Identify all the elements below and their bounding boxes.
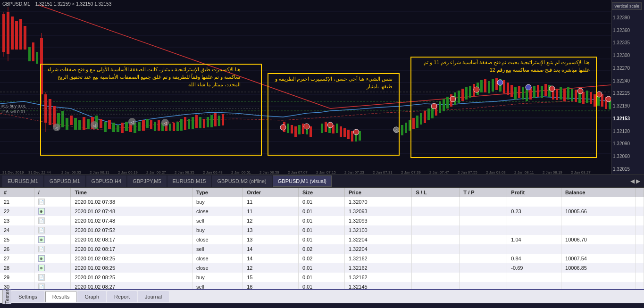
- tab-gbpusd-m1-visual[interactable]: GBPUSD,M1 (visual): [273, 175, 332, 187]
- svg-rect-42: [66, 118, 68, 130]
- table-row: 29 📄 2020.01.02 08:25 buy 15 0.01 1.3216…: [0, 273, 644, 282]
- svg-rect-85: [294, 126, 297, 137]
- row-file-icon: 📄: [38, 217, 45, 224]
- svg-rect-151: [590, 92, 592, 104]
- svg-rect-80: [218, 116, 220, 126]
- svg-rect-64: [158, 120, 160, 131]
- cell-sl: [412, 207, 460, 216]
- svg-rect-67: [169, 124, 171, 131]
- cell-type: close: [192, 207, 243, 216]
- svg-point-166: [304, 124, 309, 129]
- svg-rect-149: [582, 92, 585, 104]
- svg-rect-76: [203, 119, 205, 128]
- cell-time: 2020.01.02 07:48: [71, 216, 192, 225]
- cell-num: 29: [0, 273, 34, 282]
- svg-rect-117: [461, 89, 464, 101]
- svg-rect-68: [173, 123, 175, 131]
- cell-profit: [507, 197, 561, 207]
- row-close-icon: ⊕: [38, 265, 45, 271]
- svg-text:2 Jan 07:15: 2 Jan 07:15: [316, 170, 336, 175]
- col-header-order: Order: [243, 188, 299, 197]
- tab-report[interactable]: Report: [107, 291, 137, 302]
- cell-size: 0.01: [299, 263, 345, 273]
- svg-rect-139: [544, 84, 547, 96]
- cell-num: 27: [0, 254, 34, 263]
- tab-gbpjpy-m5[interactable]: GBPJPY,M5: [127, 175, 166, 187]
- cell-profit: 0.84: [507, 254, 561, 263]
- cell-balance: [561, 216, 636, 225]
- cell-num: 23: [0, 216, 34, 225]
- tab-gbpusd-m2-offline[interactable]: GBPUSD,M2 (offline): [212, 175, 271, 187]
- svg-rect-128: [503, 80, 505, 93]
- table-body: 21 📄 2020.01.02 07:38 buy 11 0.01 1.3207…: [0, 197, 644, 289]
- col-header-size: Size: [299, 188, 345, 197]
- svg-rect-51: [104, 122, 107, 132]
- svg-rect-136: [533, 86, 535, 98]
- svg-text:2 Jan 06:27: 2 Jan 06:27: [146, 170, 166, 175]
- cell-order: 14: [243, 254, 299, 263]
- cell-profit: -0.69: [507, 263, 561, 273]
- svg-rect-73: [192, 117, 194, 129]
- cell-size: 0.01: [299, 235, 345, 244]
- svg-rect-81: [222, 114, 224, 125]
- svg-rect-113: [446, 97, 449, 108]
- cell-profit: [507, 216, 561, 225]
- svg-text:◁: ◁: [93, 124, 96, 128]
- cell-price: 1.32145: [344, 282, 411, 289]
- row-file-icon: 📄: [38, 227, 45, 233]
- svg-rect-101: [401, 125, 403, 135]
- svg-text:2 Jan 06:43: 2 Jan 06:43: [203, 170, 223, 175]
- cell-balance: [561, 225, 636, 235]
- table-row: 27 ⊕ 2020.01.02 08:25 close 14 0.02 1.32…: [0, 254, 644, 263]
- svg-rect-25: [11, 17, 14, 50]
- svg-rect-94: [336, 124, 338, 133]
- svg-rect-137: [537, 85, 539, 97]
- cell-price: 1.32162: [344, 254, 411, 263]
- cell-sl: [412, 263, 460, 273]
- cell-sl: [412, 235, 460, 244]
- cell-tp: [460, 273, 507, 282]
- col-header-num: #: [0, 188, 34, 197]
- tab-journal[interactable]: Journal: [138, 291, 169, 302]
- cell-tp: [460, 207, 507, 216]
- table-row: 24 📄 2020.01.02 07:52 buy 13 0.01 1.3210…: [0, 225, 644, 235]
- cell-type: buy: [192, 225, 243, 235]
- svg-point-177: [577, 88, 583, 94]
- svg-rect-19: [2, 14, 5, 52]
- svg-rect-96: [343, 128, 346, 137]
- cell-padding: [636, 263, 644, 273]
- cell-price: 1.32162: [344, 263, 411, 273]
- svg-rect-103: [409, 120, 411, 131]
- vertical-scale-label[interactable]: Vertical scale: [612, 2, 642, 10]
- cell-type: buy: [192, 197, 243, 207]
- cell-price: 1.32093: [344, 216, 411, 225]
- svg-rect-83: [287, 124, 289, 133]
- svg-rect-32: [40, 38, 43, 94]
- tab-gbpusd-h4[interactable]: GBPUSD,H4: [86, 175, 127, 187]
- svg-point-167: [327, 122, 333, 128]
- tab-eurusd-m15[interactable]: EURUSD,M15: [167, 175, 211, 187]
- cell-tp: [460, 263, 507, 273]
- cell-size: 0.01: [299, 225, 345, 235]
- tab-scroll-arrows[interactable]: ◀ ▶: [627, 178, 644, 184]
- svg-rect-47: [87, 119, 90, 129]
- tab-settings[interactable]: Settings: [11, 291, 44, 302]
- results-area[interactable]: # / Time Type Order Size Price S / L T /…: [0, 188, 644, 289]
- cell-tp: [460, 254, 507, 263]
- cell-type: close: [192, 235, 243, 244]
- svg-rect-71: [184, 117, 186, 130]
- tab-graph[interactable]: Graph: [77, 291, 106, 302]
- svg-rect-123: [484, 79, 486, 92]
- bottom-tabs-bar: Tester Settings Results Graph Report Jou…: [0, 289, 644, 303]
- cell-size: 0.01: [299, 197, 345, 207]
- cell-profit: [507, 282, 561, 289]
- svg-rect-90: [321, 124, 323, 133]
- tab-eurusd-m1[interactable]: EURUSD,M1: [2, 175, 43, 187]
- tab-gbpusd-m1[interactable]: GBPUSD,M1: [44, 175, 85, 187]
- tab-results[interactable]: Results: [45, 291, 77, 302]
- cell-icon: 📄: [34, 282, 71, 289]
- cell-num: 30: [0, 282, 34, 289]
- svg-rect-142: [556, 89, 558, 100]
- cell-price: 1.32204: [344, 235, 411, 244]
- chart-svg: ◁ ◁ ◁ ◁ ◁ #15 buy 0.01 #16 sell 0.01 31: [0, 0, 611, 175]
